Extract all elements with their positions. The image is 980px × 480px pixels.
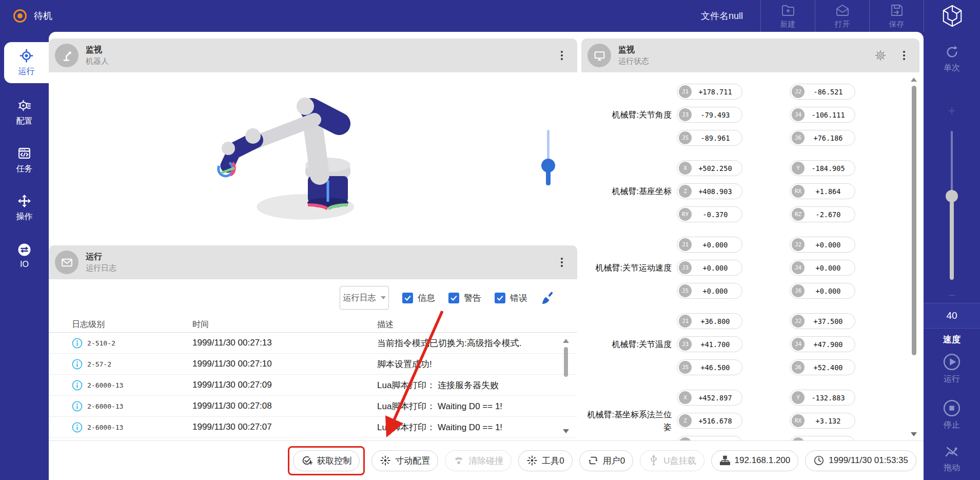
value-pill-value: +178.711 (692, 88, 740, 96)
value-pill: RX +1.864 (790, 183, 855, 199)
filter-warning-checkbox[interactable]: 警告 (448, 292, 481, 304)
robot-3d-viewport[interactable] (49, 72, 577, 243)
bottom-button-user[interactable]: 用户0 (579, 450, 633, 471)
bottom-button-icon (813, 455, 825, 466)
value-pill: J2 +37.500 (790, 313, 855, 329)
view-zoom-slider-thumb[interactable] (541, 159, 555, 172)
status-group: 机械臂:基坐标系法兰位姿 X +452.897 Y -132.883 Z +51… (585, 390, 919, 440)
sidebar-item-icon-slot (17, 99, 31, 113)
value-pill: J5 -89.961 (677, 130, 742, 146)
log-row[interactable]: 2-6000-13 1999/11/30 00:27:09 Lua脚本打印： 连… (49, 375, 577, 396)
value-pill-value: +0.000 (692, 241, 740, 249)
open-file-button[interactable]: 打开 (815, 0, 869, 32)
log-scrollbar[interactable] (563, 339, 569, 433)
robot-arm-icon (55, 44, 79, 67)
value-pill-badge: RX (792, 414, 805, 427)
status-group: 机械臂:基座坐标 X +502.250 Y -184.905 Z +408.90… (585, 160, 919, 222)
log-description: Lua脚本打印： Waiting D0 == 1! (377, 400, 554, 412)
status-group: 机械臂:关节运动速度 J1 +0.000 J2 +0.000 J3 +0.000… (585, 237, 919, 299)
log-row[interactable]: 2-6000-13 1999/11/30 00:27:07 Lua脚本打印： W… (49, 417, 577, 438)
bottom-button-label: U盘挂载 (663, 455, 696, 467)
loop-icon (944, 44, 960, 60)
log-row[interactable]: 2-510-2 1999/11/30 00:27:13 当前指令模式已切换为:高… (49, 333, 577, 354)
bottom-button-datetime[interactable]: 1999/11/30 01:53:35 (805, 450, 916, 471)
robot-monitor-panel: 监视 机器人 (49, 39, 577, 243)
filter-info-checkbox[interactable]: 信息 (402, 292, 435, 304)
value-pill: J5 +0.000 (677, 283, 742, 299)
kebab-menu-icon[interactable] (559, 49, 565, 62)
scroll-up-icon[interactable] (911, 78, 917, 82)
bottom-button-icon (719, 455, 731, 466)
robot-panel-header: 监视 机器人 (49, 39, 577, 72)
clear-log-brush-icon[interactable] (541, 291, 555, 305)
status-scrollbar[interactable] (910, 78, 917, 436)
log-row[interactable]: 2-57-2 1999/11/30 00:27:10 脚本设置成功! (49, 354, 577, 375)
speed-slider-thumb[interactable] (946, 190, 958, 202)
sidebar-item-operate[interactable]: 操作 (0, 189, 49, 226)
settings-gear-icon[interactable] (874, 49, 887, 62)
kebab-menu-icon[interactable] (901, 49, 907, 62)
new-file-button[interactable]: 新建 (760, 0, 815, 32)
status-group: 机械臂:关节角度 J1 +178.711 J2 -86.521 J3 -79.4… (585, 84, 919, 146)
value-pill-value: -2.933 (805, 440, 853, 441)
bottom-button-acquire-control[interactable]: 获取控制 (293, 450, 360, 471)
filter-error-checkbox[interactable]: 错误 (495, 292, 527, 304)
log-type-dropdown[interactable]: 运行日志 (340, 286, 389, 310)
value-pill-value: -89.961 (692, 134, 740, 142)
log-code: 2-6000-13 (87, 424, 123, 431)
stop-button[interactable]: 停止 (924, 399, 980, 431)
bottom-button-jog-config[interactable]: 寸动配置 (371, 450, 438, 471)
value-pill: X +502.250 (677, 160, 742, 176)
sidebar-item-run[interactable]: 运行 (4, 42, 49, 83)
log-scrollbar-thumb[interactable] (564, 347, 568, 377)
bottom-button-icon (526, 455, 538, 466)
log-panel-title: 运行 (86, 252, 116, 262)
value-pill: J2 +0.000 (790, 237, 855, 253)
value-pill: J5 +46.500 (677, 359, 742, 375)
mail-icon (55, 251, 79, 274)
monitor-icon (587, 44, 611, 67)
value-pill: RY -0.026 (677, 436, 742, 440)
open-file-icon (835, 3, 850, 18)
sidebar-item-label: 任务 (16, 164, 33, 175)
value-pill: J6 +76.186 (790, 130, 855, 146)
log-time: 1999/11/30 00:27:13 (192, 338, 377, 348)
info-icon (72, 401, 83, 412)
value-pill-value: -2.670 (805, 210, 853, 219)
speed-increase-button[interactable]: + (924, 103, 980, 119)
value-pill-value: +0.000 (805, 287, 853, 295)
scroll-up-icon[interactable] (563, 339, 569, 343)
value-pill: RY -0.370 (677, 206, 742, 222)
bottom-button-tool[interactable]: 工具0 (518, 450, 572, 471)
value-pill-value: +516.678 (692, 417, 740, 425)
bottom-button-label: 清除碰撞 (468, 455, 503, 467)
status-group-label: 机械臂:关节温度 (585, 338, 672, 350)
sidebar-item-io[interactable]: IO (0, 237, 49, 274)
run-button[interactable]: 运行 (924, 353, 980, 385)
single-cycle-button[interactable]: 单次 (924, 44, 980, 73)
save-file-button[interactable]: 保存 (869, 0, 924, 32)
value-pill-badge: RY (679, 437, 692, 440)
save-file-icon (889, 3, 905, 18)
drag-mode-button[interactable]: 拖动 (924, 443, 980, 473)
speed-slider-track[interactable] (951, 131, 953, 198)
bottom-button-ip-address[interactable]: 192.168.1.200 (711, 450, 799, 471)
sidebar-item-task[interactable]: 任务 (0, 142, 49, 179)
status-scrollbar-thumb[interactable] (912, 86, 916, 355)
scroll-down-icon[interactable] (563, 429, 569, 433)
stop-icon (943, 399, 961, 417)
value-pill: Z +516.678 (677, 413, 742, 429)
play-icon (943, 353, 961, 371)
value-pill-badge: Z (679, 185, 692, 198)
sidebar-nav: 运行 配置 任务 操作 IO (0, 32, 49, 480)
bottom-button-label: 寸动配置 (395, 455, 430, 467)
scroll-down-icon[interactable] (911, 432, 917, 436)
value-pill-value: +76.186 (805, 134, 853, 142)
bottom-bar: 获取控制 寸动配置 清除碰撞 工具0 用户0 U盘挂载 192.168.1.20… (49, 440, 924, 480)
log-code: 2-510-2 (87, 339, 115, 347)
kebab-menu-icon[interactable] (559, 256, 565, 269)
sidebar-item-config[interactable]: 配置 (0, 94, 49, 131)
robot-status: 待机 (0, 9, 52, 23)
log-row[interactable]: 2-6000-13 1999/11/30 00:27:08 Lua脚本打印： W… (49, 396, 577, 417)
speed-decrease-button[interactable]: − (924, 287, 980, 303)
